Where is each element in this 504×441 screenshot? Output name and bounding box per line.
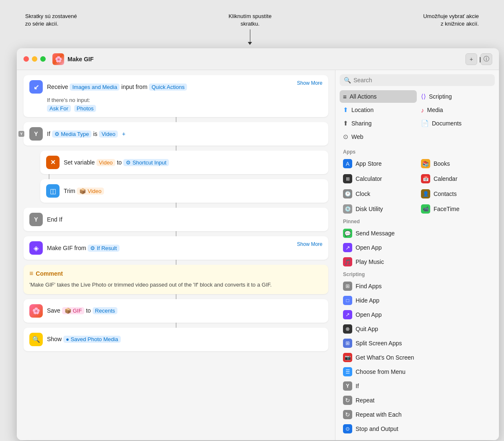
- action-app-store[interactable]: A App Store: [340, 157, 417, 171]
- receive-ask-for-tag[interactable]: Ask For: [47, 105, 71, 112]
- stop-output-icon: ⊙: [343, 424, 352, 433]
- set-var-shortcut-tag[interactable]: ⚙ Shortcut Input: [123, 159, 169, 166]
- minimize-button[interactable]: [32, 56, 37, 62]
- contacts-label: Contacts: [434, 190, 457, 197]
- choose-from-menu-icon: ☰: [343, 367, 352, 376]
- action-quit-app[interactable]: ⊗ Quit App: [340, 322, 495, 336]
- maximize-button[interactable]: [40, 56, 46, 62]
- window-title: Make GIF: [68, 56, 470, 63]
- add-action-button[interactable]: +: [465, 53, 477, 65]
- send-message-label: Send Message: [356, 230, 395, 237]
- annotation-left: Skratky sú zostavenézo série akcií.: [25, 13, 77, 45]
- action-books[interactable]: 📚 Books: [418, 157, 495, 171]
- action-choose-from-menu[interactable]: ☰ Choose from Menu: [340, 365, 495, 379]
- category-all-actions[interactable]: ≡ All Actions: [340, 90, 417, 103]
- action-contacts[interactable]: 👤 Contacts: [418, 187, 495, 201]
- save-gif-tag[interactable]: 📦 GIF: [62, 307, 84, 314]
- play-music-label: Play Music: [356, 258, 384, 265]
- receive-photos-tag[interactable]: Photos: [74, 105, 96, 112]
- category-location-label: Location: [351, 107, 374, 113]
- make-gif-if-result-tag[interactable]: ⚙ If Result: [88, 245, 119, 252]
- set-variable-step: ✕ Set variable Video to ⚙ Shortcut Input: [40, 151, 328, 174]
- category-documents[interactable]: 📄 Documents: [418, 117, 495, 130]
- action-play-music[interactable]: 🎵 Play Music: [340, 255, 495, 269]
- action-calendar[interactable]: 📅 Calendar: [418, 172, 495, 186]
- search-input[interactable]: [353, 77, 491, 84]
- repeat-label: Repeat: [356, 397, 374, 404]
- if-step: Y Y If ⚙ Media Type is Video +: [23, 122, 328, 146]
- action-facetime[interactable]: 📹 FaceTime: [418, 202, 495, 216]
- action-find-apps[interactable]: ⊞ Find Apps: [340, 279, 495, 293]
- trim-icon: ◫: [46, 184, 60, 198]
- search-bar: 🔍: [340, 74, 495, 86]
- action-hide-app[interactable]: □ Hide App: [340, 293, 495, 308]
- action-split-screen[interactable]: ⊞ Split Screen Apps: [340, 336, 495, 350]
- category-sharing-label: Sharing: [351, 120, 372, 127]
- category-web[interactable]: ⊙ Web: [340, 130, 417, 143]
- make-gif-step: Show More ◈ Make GIF from ⚙ If Result: [23, 236, 328, 260]
- action-stop-and-output[interactable]: ⊙ Stop and Output: [340, 422, 495, 436]
- show-label: Show: [47, 336, 63, 342]
- close-button[interactable]: [23, 56, 29, 62]
- set-var-video-tag[interactable]: Video: [96, 159, 115, 166]
- connector-7: [176, 294, 177, 299]
- category-all-actions-label: All Actions: [350, 93, 377, 100]
- send-message-icon: 💬: [343, 229, 352, 238]
- trim-video-tag[interactable]: 📦 Video: [77, 188, 104, 195]
- category-media-label: Media: [427, 107, 443, 113]
- receive-step: Show More ↙ Receive Images and Media inp…: [23, 75, 328, 117]
- location-icon: ⬆: [343, 106, 348, 114]
- actions-pane: 🔍 ≡ All Actions ⟨⟩ Scripting ⬆ Location: [335, 70, 499, 440]
- set-var-label: Set variable: [64, 159, 96, 166]
- make-gif-show-more[interactable]: Show More: [297, 241, 322, 247]
- if-label: If: [47, 130, 52, 137]
- category-sharing[interactable]: ⬆ Sharing: [340, 117, 417, 130]
- books-icon: 📚: [421, 159, 430, 168]
- category-location[interactable]: ⬆ Location: [340, 104, 417, 116]
- action-calculator[interactable]: ⊞ Calculator: [340, 172, 417, 186]
- end-if-icon: Y: [29, 213, 43, 226]
- category-documents-label: Documents: [432, 120, 462, 127]
- all-actions-icon: ≡: [343, 93, 347, 100]
- connector-3: [49, 174, 49, 179]
- if-media-type-tag[interactable]: ⚙ Media Type: [52, 130, 92, 138]
- action-open-app-pinned[interactable]: ↗ Open App: [340, 240, 495, 255]
- action-repeat[interactable]: ↻ Repeat: [340, 393, 495, 407]
- open-app-pinned-label: Open App: [356, 244, 382, 251]
- facetime-label: FaceTime: [434, 206, 460, 212]
- show-media-tag[interactable]: ● Saved Photo Media: [63, 336, 121, 343]
- info-button[interactable]: ⓘ: [481, 53, 492, 65]
- disk-utility-icon: 💿: [343, 204, 352, 214]
- hide-app-icon: □: [343, 296, 352, 305]
- annotation-center: Kliknutím spustíteskratku.: [229, 13, 272, 45]
- if-is: is: [93, 130, 99, 137]
- repeat-icon: ↻: [343, 396, 352, 405]
- if-plus[interactable]: +: [122, 130, 125, 137]
- facetime-icon: 📹: [421, 204, 430, 214]
- action-if[interactable]: Y If: [340, 379, 495, 393]
- connector-5: [176, 231, 177, 236]
- action-clock[interactable]: 🕐 Clock: [340, 187, 417, 201]
- category-media[interactable]: ♪ Media: [418, 104, 495, 116]
- receive-show-more[interactable]: Show More: [297, 80, 322, 86]
- show-icon: 🔍: [29, 333, 43, 346]
- action-open-app-scripting[interactable]: ↗ Open App: [340, 308, 495, 322]
- receive-tag-quickactions[interactable]: Quick Actions: [149, 84, 187, 91]
- if-left-indicator: Y: [18, 131, 24, 137]
- set-variable-icon: ✕: [46, 156, 60, 169]
- save-step: 🌸 Save 📦 GIF to Recents: [23, 299, 328, 323]
- action-repeat-with-each[interactable]: ↻ Repeat with Each: [340, 407, 495, 422]
- app-store-label: App Store: [356, 160, 382, 167]
- if-action-label: If: [356, 383, 359, 389]
- action-get-whats-on-screen[interactable]: 📷 Get What's On Screen: [340, 350, 495, 365]
- traffic-lights: [23, 56, 46, 62]
- category-scripting[interactable]: ⟨⟩ Scripting: [418, 90, 495, 103]
- books-label: Books: [434, 160, 450, 167]
- receive-tag-images[interactable]: Images and Media: [70, 84, 120, 91]
- save-recents-tag[interactable]: Recents: [93, 307, 118, 314]
- if-video-tag[interactable]: Video: [99, 130, 118, 138]
- action-disk-utility[interactable]: 💿 Disk Utility: [340, 202, 417, 216]
- disk-utility-label: Disk Utility: [356, 206, 383, 212]
- connector-1: [176, 117, 177, 122]
- action-send-message[interactable]: 💬 Send Message: [340, 226, 495, 240]
